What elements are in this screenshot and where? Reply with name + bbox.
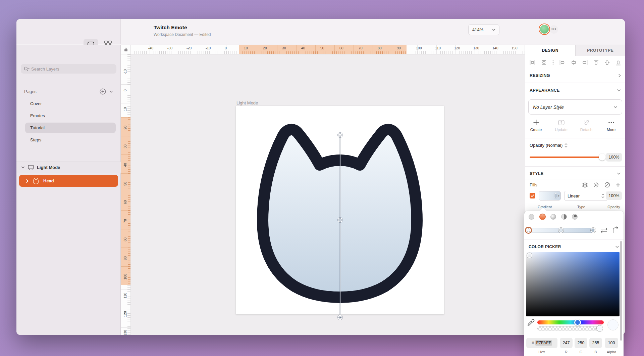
opacity-value[interactable]: 100% (606, 153, 622, 162)
fill-enabled-checkbox[interactable] (530, 193, 535, 198)
style-create-button[interactable]: Create (524, 119, 548, 132)
eyedropper-icon[interactable] (527, 318, 535, 326)
fill-opacity-value[interactable]: 100% (606, 191, 622, 200)
layer-style-dropdown[interactable]: No Layer Style (528, 99, 622, 115)
align-left-icon[interactable] (559, 60, 565, 65)
distribute-vertically-icon[interactable] (541, 60, 547, 65)
disable-fill-icon[interactable] (604, 182, 610, 188)
page-item-cover[interactable]: Cover (25, 98, 116, 109)
resizing-section-header[interactable]: RESIZING (525, 70, 625, 81)
opacity-slider-handle[interactable] (599, 153, 606, 161)
style-detach-button[interactable]: Detach (575, 119, 598, 132)
collaborate-button[interactable]: ••• (540, 25, 558, 34)
page-item-tutorial[interactable]: Tutorial (25, 123, 116, 133)
search-input[interactable] (31, 66, 98, 72)
gradient-stop-first-selected[interactable] (526, 228, 531, 233)
fill-presets-icon[interactable] (582, 182, 588, 188)
v-ruler-number: 110 (123, 292, 127, 299)
layer-row-head-selected[interactable]: Head (19, 175, 118, 187)
ruler-corner[interactable] (121, 45, 131, 54)
tab-prototype[interactable]: PROTOTYPE (575, 45, 625, 56)
chevron-down-icon (615, 246, 619, 248)
page-name: Cover (30, 101, 42, 106)
gradient-stop-handle-top[interactable] (338, 133, 342, 137)
artboard-row-light-mode[interactable]: Light Mode (16, 162, 121, 173)
h-ruler-number: 80 (378, 46, 382, 50)
h-ruler-number: 130 (473, 46, 479, 50)
search-layers-field[interactable] (21, 64, 116, 74)
hue-slider-handle[interactable] (574, 319, 581, 326)
alpha-slider-handle[interactable] (597, 325, 603, 331)
add-page-icon[interactable] (100, 88, 106, 95)
h-ruler-number: 40 (301, 46, 305, 50)
tab-design[interactable]: DESIGN (525, 45, 575, 56)
style-more-button[interactable]: More (599, 119, 623, 132)
style-section-header[interactable]: STYLE (525, 168, 625, 179)
color-picker-header[interactable]: COLOR PICKER (524, 242, 624, 252)
artboard-title[interactable]: Light Mode (236, 100, 258, 105)
h-ruler-number: 90 (397, 46, 401, 50)
horizontal-ruler[interactable]: -40-30-20-100102030405060708090100110120… (131, 45, 525, 54)
alpha-slider[interactable] (537, 326, 602, 330)
rotate-gradient-icon[interactable] (612, 226, 620, 234)
fill-settings-gear-icon[interactable] (593, 182, 599, 188)
popover-scrollbar[interactable] (620, 241, 622, 341)
fill-gradient-swatch[interactable] (539, 191, 561, 201)
style-update-button[interactable]: Update (549, 119, 573, 132)
more-dots-icon (608, 119, 615, 126)
page-item-emotes[interactable]: Emotes (25, 110, 116, 121)
align-right-icon[interactable] (582, 60, 588, 65)
blend-opacity-header[interactable]: Opacity (Normal) (530, 143, 568, 148)
gradient-stop-last[interactable] (591, 228, 596, 233)
h-ruler-number: 10 (244, 46, 248, 50)
gradient-popover: COLOR PICKER # F7FAFF 247 250 255 100 He… (524, 211, 624, 356)
hue-slider[interactable] (537, 320, 604, 324)
chevron-right-icon[interactable] (26, 179, 29, 183)
vertical-ruler[interactable]: -100102030405060708090100110120130 (121, 54, 131, 335)
red-input[interactable]: 247 (560, 338, 573, 348)
distribute-horizontally-icon[interactable] (530, 60, 535, 65)
h-ruler-number: -40 (148, 46, 153, 50)
titlebar-left: Canvas (16, 19, 121, 44)
v-ruler-number: 60 (123, 199, 127, 206)
fill-type-dropdown[interactable]: Linear (564, 191, 608, 201)
hex-prefix: # (532, 341, 534, 345)
zoom-level-value: 414% (472, 27, 483, 32)
chevron-down-icon[interactable] (21, 166, 25, 169)
align-top-icon[interactable] (593, 60, 599, 65)
align-center-horizontal-icon[interactable] (571, 60, 577, 65)
b-label: B (594, 350, 597, 354)
page-item-steps[interactable]: Steps (25, 135, 116, 145)
zoom-level-dropdown[interactable]: 414% (468, 24, 499, 35)
align-bottom-icon[interactable] (615, 60, 621, 65)
gradient-stop-bar[interactable] (528, 228, 594, 233)
green-input[interactable]: 250 (575, 338, 587, 348)
update-style-icon (558, 119, 565, 126)
gradient-axis-line[interactable] (340, 135, 340, 317)
alpha-input[interactable]: 100 (605, 338, 618, 348)
opacity-slider[interactable] (530, 157, 602, 158)
fill-type-image-button[interactable] (572, 214, 578, 220)
pages-collapse-chevron-icon[interactable] (109, 90, 113, 93)
color-picker-cursor[interactable] (527, 253, 532, 258)
h-ruler-number: 30 (282, 46, 286, 50)
alignment-toolbar (525, 58, 625, 67)
gradient-stop-middle[interactable] (558, 228, 564, 233)
flip-gradient-icon[interactable] (599, 227, 609, 234)
pages-label: Pages (24, 89, 37, 94)
distribute-more-icon[interactable] (552, 60, 554, 65)
gradient-stop-handle-bottom[interactable] (338, 315, 342, 320)
add-fill-icon[interactable] (615, 182, 621, 187)
fill-type-linear-gradient-button[interactable] (540, 214, 545, 220)
hex-input[interactable]: # F7FAFF (526, 338, 557, 348)
fill-type-radial-gradient-button[interactable] (550, 214, 556, 220)
fill-type-angular-gradient-button[interactable] (561, 214, 567, 220)
blue-input[interactable]: 255 (589, 338, 602, 348)
align-center-vertical-icon[interactable] (604, 60, 610, 65)
saturation-brightness-square[interactable] (526, 252, 620, 316)
fill-type-flat-button[interactable] (529, 214, 534, 220)
canvas-area[interactable]: Light Mode -40-30-20-100102030 (121, 45, 525, 335)
gradient-stop-handle-middle[interactable] (338, 218, 342, 222)
gradient-popover-indicator (554, 193, 557, 198)
appearance-section-header[interactable]: APPEARANCE (525, 85, 625, 96)
